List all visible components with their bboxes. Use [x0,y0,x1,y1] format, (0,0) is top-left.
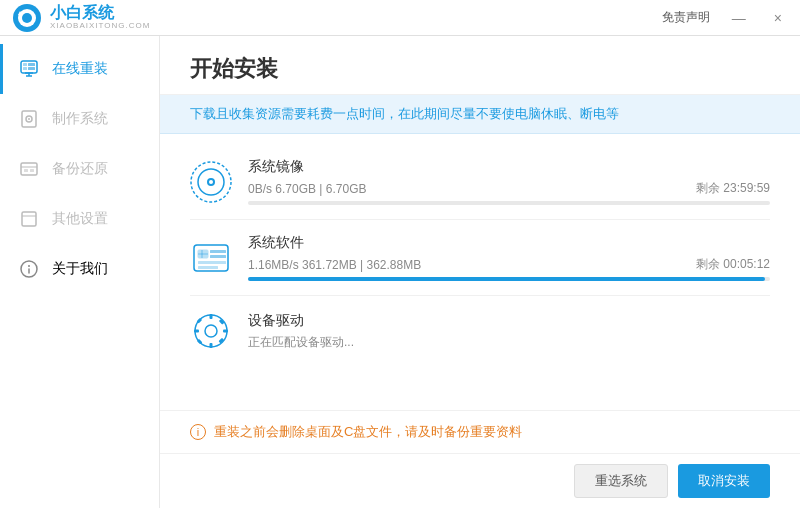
svg-rect-4 [23,63,27,66]
title-bar: 小白系统 XIAOBAIXITONG.COM 免责声明 — × [0,0,800,36]
system-image-remaining: 剩余 23:59:59 [696,180,770,197]
device-driver-name: 设备驱动 [248,312,770,330]
device-driver-icon [190,310,232,352]
sidebar-item-online-install[interactable]: 在线重装 [0,44,159,94]
notice-text: 下载且收集资源需要耗费一点时间，在此期间尽量不要使电脑休眠、断电等 [190,106,619,121]
svg-point-13 [28,118,30,120]
title-bar-controls: 免责声明 — × [662,8,788,28]
svg-rect-40 [223,330,228,333]
svg-point-36 [205,325,217,337]
system-image-progress-bar [248,201,770,205]
svg-rect-17 [30,169,34,172]
svg-rect-39 [194,330,199,333]
svg-rect-42 [219,319,225,325]
sidebar: 在线重装 制作系统 备份还原 [0,36,160,508]
sidebar-item-about[interactable]: 关于我们 [0,244,159,294]
download-item-system-software: 系统软件 1.16MB/s 361.72MB | 362.88MB 剩余 00:… [190,220,770,296]
svg-rect-18 [22,212,36,226]
system-software-progress-row: 1.16MB/s 361.72MB | 362.88MB 剩余 00:05:12 [248,256,770,273]
logo-sub-text: XIAOBAIXITONG.COM [50,22,150,31]
page-header: 开始安装 [160,36,800,95]
svg-rect-7 [28,67,35,70]
svg-rect-30 [210,255,226,258]
sidebar-item-other-settings: 其他设置 [0,194,159,244]
svg-rect-29 [210,250,226,253]
system-image-progress-row: 0B/s 6.70GB | 6.70GB 剩余 23:59:59 [248,180,770,197]
logo-icon [12,3,42,33]
sidebar-item-make-system: 制作系统 [0,94,159,144]
system-software-remaining: 剩余 00:05:12 [696,256,770,273]
system-image-info: 系统镜像 0B/s 6.70GB | 6.70GB 剩余 23:59:59 [248,158,770,205]
svg-rect-16 [24,169,28,172]
sidebar-item-backup-restore: 备份还原 [0,144,159,194]
logo-area: 小白系统 XIAOBAIXITONG.COM [12,3,150,33]
notice-bar: 下载且收集资源需要耗费一点时间，在此期间尽量不要使电脑休眠、断电等 [160,95,800,134]
system-image-icon [190,161,232,203]
svg-point-21 [28,265,30,267]
footer-buttons: 重选系统 取消安装 [160,453,800,508]
backup-restore-icon [18,158,40,180]
logo-text: 小白系统 XIAOBAIXITONG.COM [50,4,150,30]
minimize-button[interactable]: — [726,8,752,28]
sidebar-label-other-settings: 其他设置 [52,210,108,228]
svg-rect-14 [21,163,37,175]
svg-point-26 [209,180,213,184]
system-software-name: 系统软件 [248,234,770,252]
device-driver-stats: 正在匹配设备驱动... [248,334,354,351]
reselect-button[interactable]: 重选系统 [574,464,668,498]
svg-rect-44 [218,338,224,344]
system-software-stats: 1.16MB/s 361.72MB | 362.88MB [248,258,421,272]
page-title: 开始安装 [190,56,278,81]
cancel-install-button[interactable]: 取消安装 [678,464,770,498]
sidebar-label-about: 关于我们 [52,260,108,278]
close-button[interactable]: × [768,8,788,28]
download-item-device-driver: 设备驱动 正在匹配设备驱动... [190,296,770,366]
content-area: 开始安装 下载且收集资源需要耗费一点时间，在此期间尽量不要使电脑休眠、断电等 [160,36,800,508]
other-settings-icon [18,208,40,230]
sidebar-label-backup-restore: 备份还原 [52,160,108,178]
warning-icon: i [190,424,206,440]
main-layout: 在线重装 制作系统 备份还原 [0,36,800,508]
system-software-progress-bar [248,277,770,281]
svg-rect-6 [28,63,35,66]
svg-rect-38 [210,343,213,348]
sidebar-label-make-system: 制作系统 [52,110,108,128]
system-software-progress-fill [248,277,765,281]
svg-rect-31 [198,261,226,264]
make-system-icon [18,108,40,130]
system-software-icon [190,237,232,279]
warning-text: 重装之前会删除桌面及C盘文件，请及时备份重要资料 [214,423,522,441]
download-list: 系统镜像 0B/s 6.70GB | 6.70GB 剩余 23:59:59 [160,134,800,410]
device-driver-info: 设备驱动 正在匹配设备驱动... [248,312,770,351]
download-item-system-image: 系统镜像 0B/s 6.70GB | 6.70GB 剩余 23:59:59 [190,144,770,220]
disclaimer-link[interactable]: 免责声明 [662,9,710,26]
svg-rect-32 [198,266,218,269]
system-image-name: 系统镜像 [248,158,770,176]
system-image-stats: 0B/s 6.70GB | 6.70GB [248,182,367,196]
system-software-info: 系统软件 1.16MB/s 361.72MB | 362.88MB 剩余 00:… [248,234,770,281]
device-driver-progress-row: 正在匹配设备驱动... [248,334,770,351]
svg-rect-5 [23,67,27,70]
svg-rect-37 [210,314,213,319]
about-icon [18,258,40,280]
sidebar-label-online-install: 在线重装 [52,60,108,78]
warning-note: i 重装之前会删除桌面及C盘文件，请及时备份重要资料 [160,410,800,453]
online-install-icon [18,58,40,80]
logo-main-text: 小白系统 [50,4,150,22]
svg-point-2 [22,13,32,23]
